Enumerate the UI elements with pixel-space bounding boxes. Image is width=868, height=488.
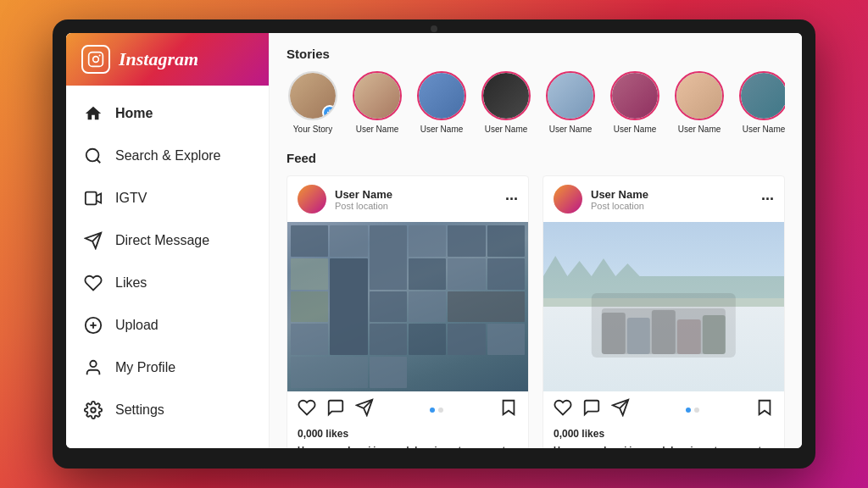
story-item-5[interactable]: User Name: [609, 71, 661, 134]
like-button-1[interactable]: [298, 398, 316, 421]
nav-label-search: Search & Explore: [115, 148, 221, 164]
nav-label-likes: Likes: [115, 275, 147, 291]
feed-card-1-location: Post location: [335, 201, 392, 211]
comment-button-1[interactable]: [326, 398, 345, 421]
feed-card-2-dots: [686, 408, 699, 413]
feed-card-1-more-button[interactable]: ···: [505, 191, 518, 208]
nav-label-upload: Upload: [115, 318, 159, 333]
svg-marker-18: [760, 401, 771, 415]
story-item-7[interactable]: User Name: [737, 71, 785, 134]
feed-card-1-caption: User name Lorei ipsum dolor si amet comm…: [287, 443, 528, 448]
feed-card-1-username: User Name: [335, 188, 392, 201]
svg-point-12: [91, 408, 96, 413]
nav-item-search[interactable]: Search & Explore: [66, 135, 269, 177]
home-icon: [83, 103, 103, 124]
add-story-badge: +: [322, 105, 337, 120]
feed-card-1-dots: [430, 408, 443, 413]
heart-icon: [83, 273, 103, 293]
share-button-1[interactable]: [355, 398, 374, 421]
nav-item-likes[interactable]: Likes: [66, 262, 269, 304]
laptop-frame: Instagram Home Search & Explore: [53, 19, 815, 469]
nav-label-profile: My Profile: [115, 360, 175, 375]
feed-card-2-likes: 0,000 likes: [543, 424, 784, 443]
sidebar: Instagram Home Search & Explore: [66, 33, 270, 448]
feed-card-2-caption-user: User name: [554, 445, 601, 448]
story-item-2[interactable]: User Name: [415, 71, 468, 134]
story-label-6: User Name: [678, 125, 721, 134]
feed-card-2-actions: [543, 391, 784, 424]
nav-item-direct[interactable]: Direct Message: [66, 219, 269, 262]
svg-point-3: [86, 149, 99, 162]
main-content: Stories + Your Story User Name: [270, 33, 802, 448]
svg-rect-0: [89, 53, 103, 67]
feed-grid: User Name Post location ···: [287, 175, 785, 448]
nav-label-settings: Settings: [115, 402, 164, 418]
story-label-2: User Name: [420, 125, 464, 134]
laptop-camera: [431, 25, 437, 32]
feed-card-1: User Name Post location ···: [287, 175, 529, 448]
feed-card-2-header: User Name Post location ···: [543, 176, 784, 222]
story-item-4[interactable]: User Name: [544, 71, 597, 134]
story-label-7: User Name: [743, 125, 785, 134]
feed-card-1-actions: [287, 391, 528, 424]
person-icon: [83, 358, 103, 378]
nav-item-settings[interactable]: Settings: [66, 389, 269, 431]
svg-point-2: [99, 54, 101, 56]
feed-card-2-image: [543, 222, 784, 391]
bookmark-button-2[interactable]: [755, 398, 774, 421]
feed-card-1-likes: 0,000 likes: [287, 424, 528, 443]
story-item-3[interactable]: User Name: [480, 71, 532, 134]
feed-card-2-caption-text: Lorei ipsum dolor si amet comment...: [604, 445, 769, 448]
svg-line-4: [97, 159, 100, 163]
laptop-screen: Instagram Home Search & Explore: [66, 33, 802, 448]
nav-label-igtv: IGTV: [115, 191, 147, 206]
story-label-1: User Name: [356, 125, 399, 134]
plus-circle-icon: [83, 315, 103, 336]
story-label-5: User Name: [614, 125, 657, 134]
feed-card-1-image: [287, 222, 528, 391]
story-item-1[interactable]: User Name: [351, 71, 403, 134]
feed-card-2-more-button[interactable]: ···: [761, 191, 774, 208]
igtv-icon: [83, 188, 103, 208]
search-icon: [83, 146, 103, 166]
nav-item-upload[interactable]: Upload: [66, 304, 269, 347]
svg-marker-15: [504, 401, 515, 415]
nav-menu: Home Search & Explore IGTV: [66, 86, 269, 448]
story-label-own: Your Story: [293, 125, 332, 134]
story-avatar-own: +: [288, 71, 337, 120]
nav-label-direct: Direct Message: [115, 233, 209, 248]
story-item-own[interactable]: + Your Story: [287, 71, 339, 134]
instagram-logo-icon: [81, 45, 110, 74]
story-item-6[interactable]: User Name: [673, 71, 726, 134]
feed-card-1-header: User Name Post location ···: [287, 176, 528, 222]
feed-card-1-caption-text: Lorei ipsum dolor si amet comment...: [348, 445, 513, 448]
nav-item-profile[interactable]: My Profile: [66, 347, 269, 389]
feed-title: Feed: [287, 151, 785, 165]
bookmark-button-1[interactable]: [499, 398, 518, 421]
app-name: Instagram: [119, 48, 198, 70]
feed-card-2-avatar: [554, 185, 582, 214]
svg-rect-5: [86, 192, 97, 205]
feed-card-1-caption-user: User name: [298, 445, 345, 448]
stories-title: Stories: [287, 47, 785, 61]
sidebar-logo: Instagram: [66, 33, 269, 86]
story-label-3: User Name: [485, 125, 528, 134]
like-button-2[interactable]: [554, 398, 572, 421]
comment-button-2[interactable]: [582, 398, 601, 421]
nav-item-home[interactable]: Home: [66, 92, 269, 135]
feed-card-2-username: User Name: [591, 188, 648, 201]
stories-row: + Your Story User Name User Name User Na…: [287, 71, 785, 134]
share-button-2[interactable]: [611, 398, 630, 421]
story-label-4: User Name: [549, 125, 593, 134]
nav-label-home: Home: [115, 106, 153, 121]
feed-card-1-avatar: [298, 185, 326, 214]
nav-item-igtv[interactable]: IGTV: [66, 177, 269, 219]
direct-icon: [83, 230, 103, 251]
gear-icon: [83, 400, 103, 420]
svg-point-1: [93, 57, 99, 63]
feed-card-2-location: Post location: [591, 201, 648, 211]
feed-card-2: User Name Post location ···: [542, 175, 785, 448]
feed-card-2-caption: User name Lorei ipsum dolor si amet comm…: [543, 443, 784, 448]
svg-point-11: [90, 361, 96, 367]
